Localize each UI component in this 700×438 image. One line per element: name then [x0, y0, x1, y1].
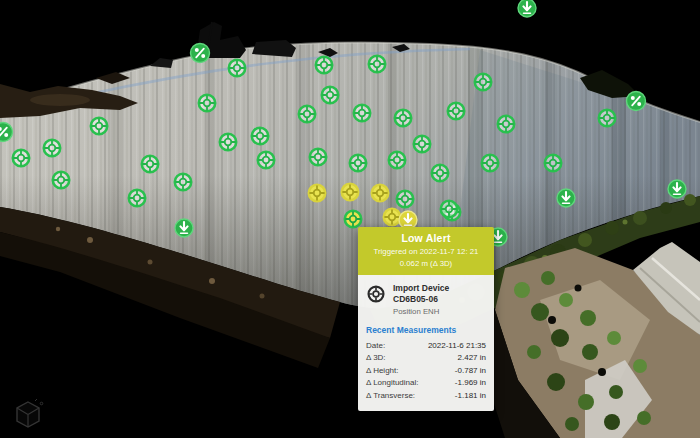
measurement-row: Δ Transverse: -1.181 in — [366, 390, 486, 403]
device-marker-target-ok[interactable] — [542, 152, 564, 174]
device-marker-target-ok[interactable] — [386, 149, 408, 171]
device-marker-target-ok[interactable] — [351, 102, 373, 124]
device-marker-target-ok[interactable] — [196, 92, 218, 114]
device-marker-target-ok[interactable] — [319, 84, 341, 106]
device-marker-target-warning[interactable] — [369, 182, 391, 204]
device-marker-target-ok[interactable] — [313, 54, 335, 76]
alert-popup: Low Alert Triggered on 2022-11-7 12: 21 … — [358, 227, 494, 411]
device-marker-target-ok[interactable] — [296, 103, 318, 125]
device-marker-target-ok[interactable] — [479, 152, 501, 174]
device-marker-target-ok[interactable] — [255, 149, 277, 171]
device-marker-target-ok[interactable] — [411, 133, 433, 155]
device-marker-target-ok[interactable] — [139, 153, 161, 175]
alert-delta-text: 0.062 m (Δ 3D) — [364, 258, 488, 270]
alert-level-title: Low Alert — [364, 232, 488, 244]
device-marker-target-ok[interactable] — [41, 137, 63, 159]
device-marker-target-ok[interactable] — [429, 162, 451, 184]
device-marker-target-warning[interactable] — [306, 182, 328, 204]
device-marker-target-ok[interactable] — [307, 146, 329, 168]
device-marker-arrow-ok[interactable] — [556, 188, 577, 209]
device-marker-station-ok[interactable] — [0, 121, 14, 143]
device-marker-station-ok[interactable] — [189, 42, 211, 64]
device-marker-target-ok[interactable] — [226, 57, 248, 79]
device-marker-target-ok[interactable] — [10, 147, 32, 169]
device-marker-target-ok[interactable] — [445, 100, 467, 122]
3d-monitoring-viewport[interactable]: Low Alert Triggered on 2022-11-7 12: 21 … — [0, 0, 700, 438]
device-marker-station-ok[interactable] — [625, 90, 647, 112]
measurement-row: Δ 3D: 2.427 in — [366, 352, 486, 365]
measurement-row: Δ Height: -0.787 in — [366, 365, 486, 378]
device-marker-target-ok[interactable] — [88, 115, 110, 137]
alert-popup-body: Import Device CD6B05-06 Position ENH Rec… — [358, 275, 494, 411]
device-marker-arrow-ok[interactable] — [667, 179, 688, 200]
measurement-row: Date: 2022-11-6 21:35 — [366, 340, 486, 353]
device-marker-target-ok[interactable] — [347, 152, 369, 174]
device-marker-arrow-ok[interactable] — [517, 0, 538, 19]
device-marker-target-warning[interactable] — [339, 181, 361, 203]
device-marker-target-ok[interactable] — [438, 198, 460, 220]
device-marker-target-ok[interactable] — [172, 171, 194, 193]
recent-measurements-link[interactable]: Recent Measurements — [366, 325, 486, 335]
navigation-cube[interactable] — [8, 395, 48, 435]
device-marker-target-ok[interactable] — [392, 107, 414, 129]
device-position: Position ENH — [393, 307, 486, 316]
device-marker-target-ok[interactable] — [126, 187, 148, 209]
device-marker-target-ok[interactable] — [50, 169, 72, 191]
device-marker-target-ok[interactable] — [249, 125, 271, 147]
device-name: Import Device CD6B05-06 — [393, 283, 486, 304]
device-marker-target-ok[interactable] — [495, 113, 517, 135]
alert-popup-header: Low Alert Triggered on 2022-11-7 12: 21 … — [358, 227, 494, 275]
alert-triggered-text: Triggered on 2022-11-7 12: 21 — [364, 246, 488, 258]
device-marker-target-ok[interactable] — [366, 53, 388, 75]
device-marker-target-ok[interactable] — [596, 107, 618, 129]
device-marker-target-ok[interactable] — [217, 131, 239, 153]
measurements-table: Date: 2022-11-6 21:35 Δ 3D: 2.427 in Δ H… — [366, 340, 486, 403]
measurement-row: Δ Longitudinal: -1.969 in — [366, 377, 486, 390]
device-marker-arrow-ok[interactable] — [174, 218, 195, 239]
device-marker-target-ok[interactable] — [472, 71, 494, 93]
device-target-icon — [366, 284, 386, 304]
